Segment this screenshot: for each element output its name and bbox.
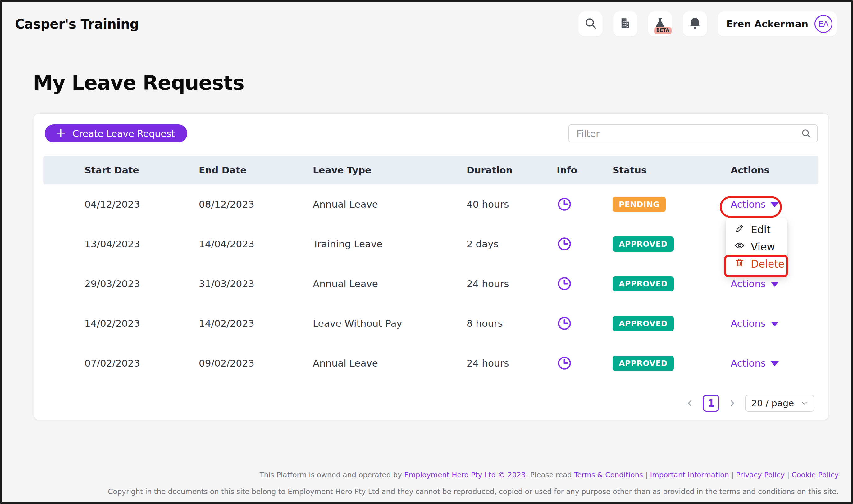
column-header-status: Status: [613, 165, 731, 176]
chevron-down-icon: [800, 399, 808, 407]
topbar-actions: BETA Eren Ackerman EA: [578, 12, 837, 36]
chevron-down-icon: [771, 282, 779, 287]
chevron-down-icon: [771, 361, 779, 366]
search-icon: [584, 17, 597, 31]
next-page-button[interactable]: [728, 398, 737, 408]
user-menu[interactable]: Eren Ackerman EA: [717, 12, 837, 36]
footer: This Platform is owned and operated by E…: [108, 470, 839, 497]
footer-separator: |: [729, 471, 736, 479]
actions-label: Actions: [731, 278, 766, 289]
search-button[interactable]: [578, 12, 603, 36]
previous-page-button[interactable]: [685, 398, 695, 408]
cell-leave-type: Annual Leave: [313, 278, 467, 289]
cell-end-date: 08/12/2023: [199, 199, 313, 210]
cell-leave-type: Annual Leave: [313, 199, 467, 210]
cell-start-date: 29/03/2023: [85, 278, 199, 289]
labs-beta-button[interactable]: BETA: [648, 12, 672, 36]
actions-dropdown-trigger[interactable]: Actions: [731, 199, 779, 210]
footer-separator: |: [643, 471, 650, 479]
column-header-actions: Actions: [731, 165, 818, 176]
footer-text: . Please read: [526, 471, 574, 479]
cell-duration: 24 hours: [467, 358, 557, 369]
top-bar: Casper's Training: [15, 11, 837, 37]
footer-link-privacy-policy[interactable]: Privacy Policy: [736, 471, 785, 479]
menu-item-label: Edit: [751, 224, 771, 236]
chevron-down-icon: [771, 322, 779, 326]
chevron-down-icon: [771, 202, 779, 207]
footer-link-company[interactable]: Employment Hero Pty Ltd © 2023: [404, 471, 526, 479]
column-header-leave-type: Leave Type: [313, 165, 467, 176]
table-row: 13/04/2023 14/04/2023 Training Leave 2 d…: [43, 224, 818, 264]
clock-info-icon[interactable]: [557, 236, 613, 252]
current-page-button[interactable]: 1: [703, 395, 719, 412]
cell-end-date: 14/02/2023: [199, 318, 313, 329]
table-row: 07/02/2023 09/02/2023 Annual Leave 24 ho…: [43, 343, 818, 383]
footer-separator: |: [785, 471, 791, 479]
footer-link-important-information[interactable]: Important Information: [650, 471, 729, 479]
footer-link-terms[interactable]: Terms & Conditions: [574, 471, 643, 479]
column-header-end-date: End Date: [199, 165, 313, 176]
cell-start-date: 07/02/2023: [85, 358, 199, 369]
cell-start-date: 04/12/2023: [85, 199, 199, 210]
actions-dropdown-trigger[interactable]: Actions: [731, 318, 779, 329]
footer-line-1: This Platform is owned and operated by E…: [260, 471, 839, 479]
page-title: My Leave Requests: [33, 71, 244, 94]
status-badge: APPROVED: [613, 316, 674, 331]
organisation-button[interactable]: [613, 12, 638, 36]
cell-duration: 24 hours: [467, 278, 557, 289]
table-row: 29/03/2023 31/03/2023 Annual Leave 24 ho…: [43, 264, 818, 304]
create-leave-request-label: Create Leave Request: [72, 128, 175, 139]
leave-requests-card: + Create Leave Request Start Date End Da…: [34, 113, 829, 420]
clock-info-icon[interactable]: [557, 196, 613, 212]
user-name: Eren Ackerman: [726, 18, 808, 30]
menu-item-edit[interactable]: Edit: [726, 221, 787, 238]
footer-link-cookie-policy[interactable]: Cookie Policy: [791, 471, 839, 479]
status-badge: APPROVED: [613, 236, 674, 252]
cell-duration: 2 days: [467, 238, 557, 250]
bell-icon: [689, 17, 701, 31]
cell-duration: 8 hours: [467, 318, 557, 329]
status-badge: APPROVED: [613, 356, 674, 371]
clock-info-icon[interactable]: [557, 355, 613, 371]
table-row: 04/12/2023 08/12/2023 Annual Leave 40 ho…: [43, 184, 818, 224]
cell-end-date: 14/04/2023: [199, 238, 313, 250]
footer-line-2: Copyright in the documents on this site …: [108, 487, 839, 497]
beta-badge: BETA: [654, 27, 672, 34]
filter-input[interactable]: [569, 124, 818, 142]
app-window: Casper's Training: [0, 0, 853, 504]
table-row: 14/02/2023 14/02/2023 Leave Without Pay …: [43, 304, 818, 343]
actions-label: Actions: [731, 318, 766, 329]
table-header-row: Start Date End Date Leave Type Duration …: [43, 156, 818, 184]
plus-icon: +: [55, 126, 66, 139]
menu-item-delete[interactable]: Delete: [726, 255, 787, 272]
notifications-button[interactable]: [683, 12, 707, 36]
clock-info-icon[interactable]: [557, 316, 613, 331]
cell-end-date: 31/03/2023: [199, 278, 313, 289]
cell-end-date: 09/02/2023: [199, 358, 313, 369]
filter-container: [569, 124, 818, 142]
cell-start-date: 14/02/2023: [85, 318, 199, 329]
cell-leave-type: Training Leave: [313, 238, 467, 250]
create-leave-request-button[interactable]: + Create Leave Request: [45, 124, 187, 142]
app-title: Casper's Training: [15, 16, 139, 32]
pagination: 1 20 / page: [685, 395, 815, 412]
actions-dropdown-menu: Edit View Delete: [726, 218, 787, 275]
cell-start-date: 13/04/2023: [85, 238, 199, 250]
trash-icon: [735, 257, 745, 270]
avatar: EA: [815, 15, 833, 33]
cell-leave-type: Annual Leave: [313, 358, 467, 369]
building-icon: [619, 17, 632, 31]
actions-dropdown-trigger[interactable]: Actions: [731, 278, 779, 289]
status-badge: APPROVED: [613, 276, 674, 291]
cell-leave-type: Leave Without Pay: [313, 318, 467, 329]
pencil-icon: [735, 223, 745, 236]
page-size-value: 20 / page: [751, 398, 794, 409]
page-size-select[interactable]: 20 / page: [745, 395, 815, 412]
column-header-start-date: Start Date: [85, 165, 199, 176]
search-icon: [801, 128, 812, 140]
column-header-duration: Duration: [467, 165, 557, 176]
menu-item-view[interactable]: View: [726, 238, 787, 255]
actions-dropdown-trigger[interactable]: Actions: [731, 358, 779, 369]
clock-info-icon[interactable]: [557, 276, 613, 291]
footer-text: This Platform is owned and operated by: [260, 471, 404, 479]
